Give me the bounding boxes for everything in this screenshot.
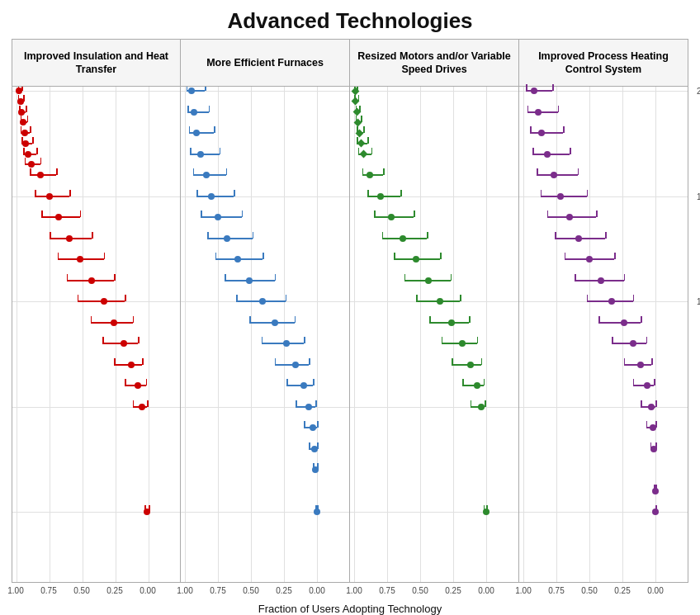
error-bar xyxy=(193,174,226,176)
error-cap-left xyxy=(452,358,453,365)
error-cap-right xyxy=(469,316,471,323)
x-tick-label: 0.25 xyxy=(614,586,630,595)
error-cap-right xyxy=(485,400,486,407)
x-tick-label: 0.75 xyxy=(379,586,395,595)
dot-marker xyxy=(312,466,319,473)
x-tick-label: 0.00 xyxy=(140,586,155,595)
dot-marker xyxy=(300,382,307,389)
error-cap-right xyxy=(138,337,140,343)
error-cap-right xyxy=(92,232,93,239)
dot-marker xyxy=(478,404,485,410)
dot-marker xyxy=(28,161,35,168)
error-cap-left xyxy=(646,421,648,428)
error-cap-right xyxy=(125,295,126,301)
error-cap-left xyxy=(575,274,576,281)
grid-line xyxy=(83,87,83,582)
error-bar xyxy=(530,132,563,134)
h-grid-line xyxy=(181,407,349,408)
error-cap-right xyxy=(570,148,571,154)
error-cap-right xyxy=(234,190,235,196)
error-cap-right xyxy=(363,126,365,133)
error-cap-right xyxy=(558,106,560,112)
dot-marker xyxy=(566,214,573,220)
panel-panel-furnaces: More Efficient Furnaces xyxy=(181,39,350,583)
dot-marker xyxy=(650,446,657,452)
h-grid-line xyxy=(519,407,688,408)
error-bar xyxy=(527,111,558,113)
error-cap-left xyxy=(67,274,69,281)
dot-marker xyxy=(621,319,627,326)
dot-marker xyxy=(608,298,615,305)
dot-marker xyxy=(311,446,318,452)
dot-marker xyxy=(55,214,62,220)
error-cap-right xyxy=(147,400,149,407)
error-cap-left xyxy=(249,316,251,323)
panels-row: Improved Insulation and Heat TransferMor… xyxy=(12,39,688,583)
x-tick-label: 0.75 xyxy=(40,586,56,595)
dot-marker xyxy=(259,298,266,305)
error-bar xyxy=(367,196,400,197)
x-tick-label: 0.75 xyxy=(548,586,564,595)
error-cap-right xyxy=(440,253,442,259)
grid-line xyxy=(116,87,116,582)
error-cap-right xyxy=(633,295,635,301)
dot-marker xyxy=(575,235,582,242)
error-cap-right xyxy=(142,358,144,365)
error-cap-right xyxy=(367,137,369,144)
error-cap-left xyxy=(527,106,529,112)
dot-marker xyxy=(191,109,197,116)
plot-area-3: 05101520Years Since Commercialization xyxy=(519,87,688,583)
error-cap-right xyxy=(400,190,402,196)
error-cap-right xyxy=(133,316,135,323)
grid-line xyxy=(420,87,421,582)
x-tick-label: 0.50 xyxy=(412,586,428,595)
dot-marker xyxy=(272,319,278,326)
error-cap-left xyxy=(530,126,532,133)
h-grid-line xyxy=(350,91,518,92)
dot-marker xyxy=(208,193,215,200)
error-cap-right xyxy=(104,253,106,259)
error-bar xyxy=(189,132,214,134)
error-cap-right xyxy=(286,295,287,301)
h-grid-line xyxy=(519,512,688,513)
error-cap-right xyxy=(242,211,244,217)
error-bar xyxy=(612,343,646,344)
error-cap-right xyxy=(36,148,38,154)
error-cap-right xyxy=(32,137,34,144)
diamond-marker xyxy=(359,150,367,158)
dot-marker xyxy=(101,298,107,305)
dot-marker xyxy=(25,151,31,158)
error-cap-left xyxy=(547,211,549,217)
dot-marker xyxy=(413,256,419,263)
y-tick-label: 10 xyxy=(697,297,700,306)
error-cap-left xyxy=(201,211,202,217)
error-cap-right xyxy=(587,190,589,196)
dot-marker xyxy=(367,172,373,178)
error-cap-right xyxy=(146,379,148,386)
dot-marker xyxy=(652,488,659,494)
grid-line xyxy=(284,87,285,582)
error-cap-left xyxy=(133,400,135,407)
dot-marker xyxy=(586,256,593,263)
grid-line xyxy=(453,87,454,582)
dot-marker xyxy=(77,256,83,263)
h-grid-line xyxy=(350,512,518,513)
dot-marker xyxy=(16,88,22,94)
dot-marker xyxy=(283,340,290,347)
error-cap-left xyxy=(25,158,26,164)
dot-marker xyxy=(459,340,466,347)
h-grid-line xyxy=(12,91,180,92)
chart-container: Improved Insulation and Heat TransferMor… xyxy=(12,39,688,615)
error-cap-right xyxy=(646,337,648,343)
error-cap-left xyxy=(404,274,406,281)
error-cap-right xyxy=(80,211,82,217)
error-cap-right xyxy=(214,126,215,133)
grid-line xyxy=(523,87,524,582)
error-cap-right xyxy=(295,316,296,323)
error-cap-left xyxy=(187,87,188,91)
x-tick-label: 0.50 xyxy=(243,586,258,595)
error-bar xyxy=(452,364,480,366)
dot-marker xyxy=(20,119,26,125)
dot-marker xyxy=(188,88,195,94)
error-cap-right xyxy=(317,421,319,428)
